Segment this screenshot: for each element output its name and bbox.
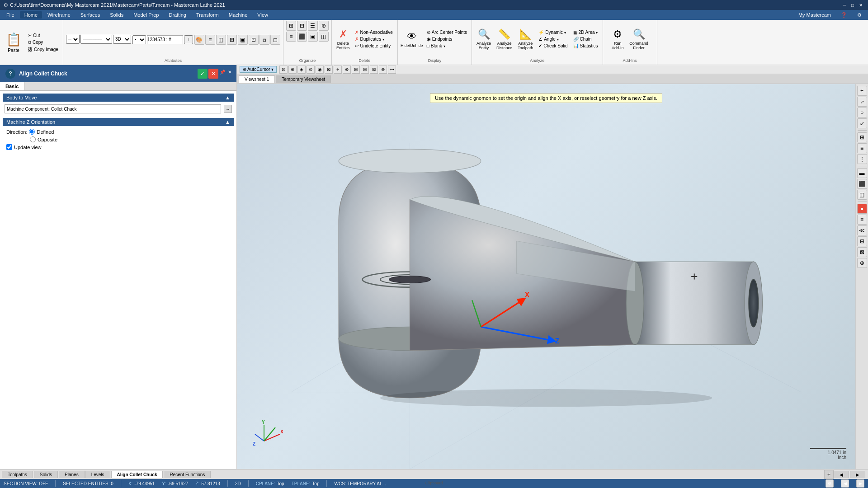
body-to-move-input[interactable] xyxy=(5,104,221,113)
update-view-checkbox[interactable] xyxy=(6,144,12,150)
menu-file[interactable]: File xyxy=(2,11,19,19)
rt-properties[interactable]: ⊠ xyxy=(857,247,867,257)
cancel-button[interactable]: ✕ xyxy=(208,69,218,79)
machine-z-section[interactable]: Machine Z Orientation ▲ xyxy=(3,118,234,126)
panel-pin-button[interactable]: 📌 xyxy=(219,69,226,75)
line-color-select[interactable]: ────── xyxy=(80,35,112,44)
rt-pan[interactable]: ↙ xyxy=(857,118,867,128)
duplicates-button[interactable]: ✗ Duplicates ▾ xyxy=(353,36,394,42)
delete-entities-button[interactable]: ✗ DeleteEntities xyxy=(335,28,352,51)
rt-view-options[interactable]: ≡ xyxy=(857,143,867,153)
body-to-move-section[interactable]: Body to Move ▲ xyxy=(3,94,234,102)
attr-btn-7[interactable]: ⧈ xyxy=(259,35,269,45)
copy-image-button[interactable]: 🖼 Copy Image xyxy=(26,47,60,52)
undelete-button[interactable]: ↩ Undelete Entity xyxy=(353,43,394,49)
ok-button[interactable]: ✓ xyxy=(198,69,208,79)
organize-btn-7[interactable]: ▣ xyxy=(308,32,318,42)
tab-recent-functions[interactable]: Recent Functions xyxy=(164,471,211,478)
snap-btn-5[interactable]: ◉ xyxy=(316,66,324,74)
menu-help-icon[interactable]: ❓ xyxy=(836,11,852,19)
snap-btn-10[interactable]: ⊟ xyxy=(361,66,369,74)
rt-orbit[interactable]: ○ xyxy=(857,108,867,117)
2d-area-button[interactable]: ▦ 2D Area ▾ xyxy=(571,29,600,35)
snap-btn-1[interactable]: ⊡ xyxy=(279,66,288,74)
analyze-toolpath-button[interactable]: 📐 AnalyzeToolpath xyxy=(516,28,535,51)
cut-button[interactable]: ✂ Cut xyxy=(26,33,60,38)
command-finder-button[interactable]: 🔍 CommandFinder xyxy=(627,28,650,51)
opposite-radio[interactable] xyxy=(30,136,36,142)
attr-btn-3[interactable]: ◫ xyxy=(216,35,226,45)
menu-home[interactable]: Home xyxy=(20,11,42,19)
tab-levels[interactable]: Levels xyxy=(85,471,110,478)
analyze-distance-button[interactable]: 📏 AnalyzeDistance xyxy=(495,28,514,51)
endpoints-button[interactable]: ◉ Endpoints xyxy=(425,36,469,42)
maximize-button[interactable]: □ xyxy=(849,1,856,9)
rt-record[interactable]: ● xyxy=(857,204,867,214)
statistics-button[interactable]: 📊 Statistics xyxy=(571,43,600,49)
paste-button[interactable]: 📋 Paste xyxy=(3,30,24,55)
attr-btn-2[interactable]: ≡ xyxy=(205,35,215,45)
viewport[interactable]: Use the dynamic gnomon to set the origin… xyxy=(237,84,855,469)
rt-zoom-extent[interactable]: ↗ xyxy=(857,97,867,107)
help-button[interactable]: ? xyxy=(5,69,15,79)
organize-btn-4[interactable]: ⊕ xyxy=(319,21,329,31)
organize-btn-1[interactable]: ⊞ xyxy=(286,21,296,31)
attr-btn-8[interactable]: ◻ xyxy=(270,35,280,45)
menu-my-mastercam[interactable]: My Mastercam xyxy=(794,11,835,19)
menu-model-prep[interactable]: Model Prep xyxy=(129,11,163,19)
menu-wireframe[interactable]: Wireframe xyxy=(43,11,75,19)
tab-align-collet-chuck[interactable]: Align Collet Chuck xyxy=(111,471,163,478)
analyze-entity-button[interactable]: 🔍 AnalyzeEntity xyxy=(475,28,493,51)
snap-btn-6[interactable]: ⊠ xyxy=(325,66,333,74)
check-solid-button[interactable]: ✔ Check Solid xyxy=(537,43,569,49)
non-associative-button[interactable]: ✗ Non-Associative xyxy=(353,29,394,35)
rt-unknown[interactable]: ⊕ xyxy=(857,258,867,268)
dynamic-button[interactable]: ⚡ Dynamic ▾ xyxy=(537,29,569,35)
organize-btn-2[interactable]: ⊟ xyxy=(297,21,307,31)
menu-drafting[interactable]: Drafting xyxy=(164,11,191,19)
minimize-button[interactable]: ─ xyxy=(841,1,848,9)
body-select-button[interactable]: → xyxy=(224,105,232,113)
attr-btn-5[interactable]: ▣ xyxy=(238,35,248,45)
autocursor-button[interactable]: ⊕ AutoCursor ▾ xyxy=(240,66,277,73)
attributes-btn[interactable]: ↑ xyxy=(184,35,193,44)
defined-radio[interactable] xyxy=(29,129,35,135)
close-button[interactable]: ✕ xyxy=(857,1,864,9)
attr-btn-6[interactable]: ⊡ xyxy=(249,35,259,45)
rt-shading[interactable]: ▬ xyxy=(857,168,867,178)
tab-planes[interactable]: Planes xyxy=(59,471,85,478)
menu-machine[interactable]: Machine xyxy=(224,11,252,19)
snap-btn-11[interactable]: ⊠ xyxy=(370,66,378,74)
snap-btn-2[interactable]: ⊕ xyxy=(288,66,297,74)
blank-button[interactable]: □ Blank ▾ xyxy=(425,43,469,49)
rt-split[interactable]: ◫ xyxy=(857,190,867,200)
snap-btn-13[interactable]: ⊶ xyxy=(388,66,396,74)
snap-btn-7[interactable]: ⌖ xyxy=(334,66,342,74)
point-style-select[interactable]: • xyxy=(132,35,146,44)
scroll-tabs-left[interactable]: ◀ xyxy=(834,471,849,478)
angle-button[interactable]: ∠ Angle ▾ xyxy=(537,36,569,42)
menu-solids[interactable]: Solids xyxy=(105,11,128,19)
rt-view-more[interactable]: ⋮ xyxy=(857,154,867,164)
tab-basic[interactable]: Basic xyxy=(0,82,24,90)
menu-settings-icon[interactable]: ⚙ xyxy=(853,11,866,19)
rt-section2[interactable]: ≪ xyxy=(857,225,867,235)
rt-zoom-plus[interactable]: + xyxy=(857,86,867,96)
run-add-in-button[interactable]: ⚙ RunAdd-In xyxy=(609,28,626,51)
organize-btn-6[interactable]: ⬛ xyxy=(297,32,307,42)
organize-btn-3[interactable]: ☰ xyxy=(308,21,318,31)
rt-solid-view[interactable]: ⬛ xyxy=(857,179,867,189)
panel-close-button[interactable]: ✕ xyxy=(226,69,233,75)
rt-view-grid[interactable]: ⊞ xyxy=(857,132,867,142)
rt-clipping[interactable]: ⊟ xyxy=(857,236,867,246)
arc-center-pts-button[interactable]: ⊙ Arc Center Points xyxy=(425,29,469,35)
snap-btn-12[interactable]: ⊕ xyxy=(379,66,387,74)
viewsheet1-tab[interactable]: Viewsheet 1 xyxy=(239,75,275,83)
line-width-select[interactable]: 3D xyxy=(113,35,131,44)
organize-btn-8[interactable]: ◫ xyxy=(319,32,329,42)
add-tab-button[interactable]: + xyxy=(824,470,834,479)
tab-toolpaths[interactable]: Toolpaths xyxy=(2,471,33,478)
temp-viewsheet-tab[interactable]: Temporary Viewsheet xyxy=(276,75,331,83)
tab-solids[interactable]: Solids xyxy=(34,471,58,478)
snap-btn-8[interactable]: ⊗ xyxy=(343,66,351,74)
